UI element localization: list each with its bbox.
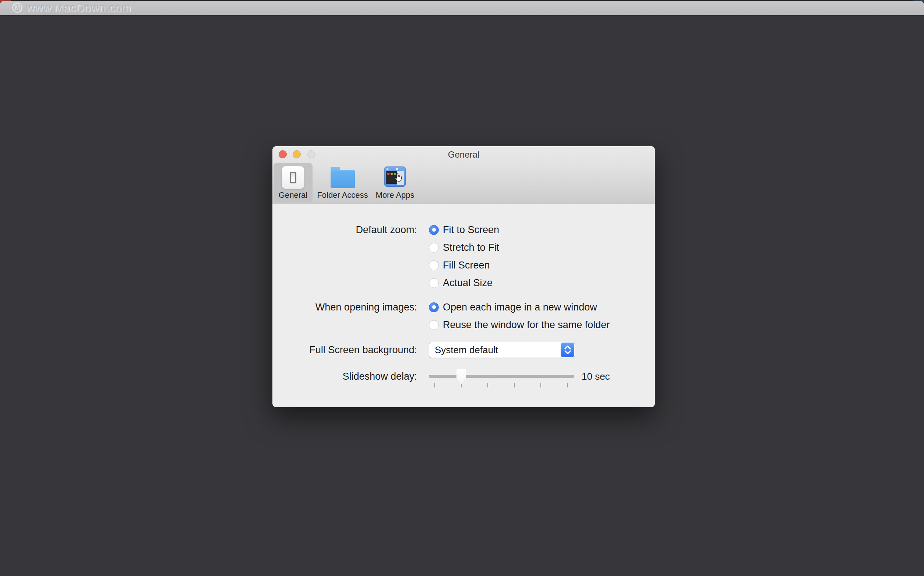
- slideshow-delay-slider-track[interactable]: [429, 375, 574, 378]
- toolbar-tab-label: Folder Access: [317, 190, 368, 200]
- switch-toggle-shape: [290, 172, 296, 183]
- radio-option-fill-screen[interactable]: Fill Screen: [429, 259, 490, 271]
- radio-button[interactable]: [429, 320, 439, 330]
- slider-tick: [487, 383, 488, 387]
- chevron-up-icon: [564, 345, 571, 350]
- toolbar-tab-general[interactable]: General: [273, 163, 313, 203]
- radio-option-actual-size[interactable]: Actual Size: [429, 277, 493, 289]
- select-stepper-button[interactable]: [561, 342, 574, 357]
- radio-option-new-window[interactable]: Open each image in a new window: [429, 301, 597, 314]
- desktop: M www.MacDown.com General General Folder: [0, 0, 924, 576]
- opening-images-label: When opening images:: [273, 301, 417, 314]
- fullscreen-background-select[interactable]: System default: [429, 342, 575, 358]
- radio-label: Open each image in a new window: [443, 302, 597, 313]
- radio-option-stretch-to-fit[interactable]: Stretch to Fit: [429, 241, 499, 254]
- slideshow-delay-label: Slideshow delay:: [273, 370, 417, 382]
- window-title: General: [273, 150, 655, 160]
- radio-button[interactable]: [429, 225, 439, 235]
- menu-bar: M www.MacDown.com: [0, 1, 924, 15]
- title-bar: General General Folder Access: [273, 146, 655, 204]
- radio-label: Fill Screen: [443, 260, 490, 271]
- radio-button[interactable]: [429, 302, 439, 312]
- preferences-window: General General Folder Access: [273, 146, 655, 407]
- radio-button[interactable]: [429, 278, 439, 288]
- toolbar-tab-label: General: [279, 190, 307, 200]
- radio-option-fit-to-screen[interactable]: Fit to Screen: [429, 224, 499, 236]
- switch-icon: [282, 166, 305, 189]
- radio-label: Reuse the window for the same folder: [443, 319, 610, 331]
- slider-tick: [540, 383, 541, 387]
- chevron-down-icon: [564, 350, 571, 355]
- radio-label: Stretch to Fit: [443, 242, 499, 253]
- radio-button[interactable]: [429, 260, 439, 270]
- slider-tick: [567, 383, 568, 387]
- slider-thumb[interactable]: [456, 369, 466, 384]
- slider-tick: [514, 383, 515, 387]
- macdown-logo-icon: M: [12, 3, 22, 13]
- app-window-icon: [384, 166, 406, 187]
- folder-icon: [330, 170, 355, 188]
- radio-button[interactable]: [429, 243, 439, 253]
- toolbar-tab-folder-access[interactable]: Folder Access: [316, 163, 370, 203]
- default-zoom-label: Default zoom:: [273, 224, 417, 236]
- toolbar-tab-label: More Apps: [375, 190, 414, 200]
- select-value: System default: [435, 342, 498, 358]
- fullscreen-background-label: Full Screen background:: [273, 344, 417, 356]
- watermark-text: www.MacDown.com: [27, 2, 131, 14]
- radio-option-reuse-window[interactable]: Reuse the window for the same folder: [429, 318, 610, 331]
- hand-cursor-icon: [393, 172, 404, 183]
- radio-label: Fit to Screen: [443, 224, 499, 236]
- radio-label: Actual Size: [443, 277, 493, 289]
- slider-value-label: 10 sec: [582, 370, 610, 382]
- slider-tick: [434, 383, 435, 387]
- toolbar-tab-more-apps[interactable]: More Apps: [375, 163, 415, 203]
